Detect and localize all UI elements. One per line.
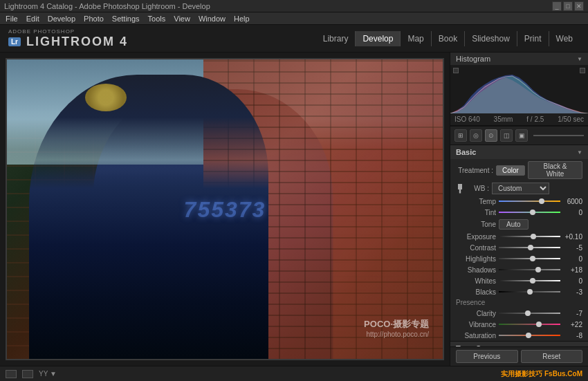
blacks-thumb[interactable]: [527, 289, 533, 295]
tint-thumb[interactable]: [530, 210, 535, 215]
tool-slider: [533, 135, 584, 136]
title-text: Lightroom 4 Catalog - Adobe Photoshop Li…: [4, 2, 210, 10]
histogram-label: Histogram: [456, 55, 490, 63]
previous-button[interactable]: Previous: [456, 350, 518, 363]
radial-filter-tool[interactable]: ▣: [515, 129, 528, 142]
tone-label: Tone: [456, 221, 496, 228]
saturation-label: Saturation: [456, 332, 496, 340]
saturation-thumb[interactable]: [526, 333, 531, 338]
clarity-row: Clarity -7: [450, 308, 588, 319]
treatment-row: Treatment : Color Black & White: [450, 159, 588, 181]
crop-tool[interactable]: ⊞: [454, 129, 467, 142]
clarity-label: Clarity: [456, 310, 496, 317]
clarity-thumb[interactable]: [525, 310, 531, 316]
header: ADOBE PHOTOSHOP Lr LIGHTROOM 4 Library D…: [0, 25, 588, 53]
vibrance-value: +22: [563, 321, 582, 328]
temp-value: 6000: [563, 198, 582, 205]
tone-auto-row: Tone Auto: [450, 218, 588, 231]
blacks-slider[interactable]: [499, 288, 560, 296]
tab-web[interactable]: Web: [549, 31, 580, 46]
minimize-button[interactable]: _: [552, 1, 562, 11]
whites-thumb[interactable]: [530, 278, 535, 284]
shadows-label: Shadows: [456, 266, 496, 274]
vibrance-slider[interactable]: [499, 320, 560, 328]
basic-arrow: ▼: [577, 149, 582, 156]
clarity-slider[interactable]: [499, 309, 560, 317]
wb-select[interactable]: Custom As Shot Auto Daylight Cloudy Shad…: [492, 183, 549, 194]
photo-area: 755373 POCO·摄影专题 http://photo.poco.cn/: [0, 53, 450, 366]
saturation-row: Saturation -8: [450, 330, 588, 341]
window-controls[interactable]: _ □ ✕: [552, 1, 584, 11]
menu-tools[interactable]: Tools: [148, 15, 166, 23]
menu-edit[interactable]: Edit: [26, 15, 39, 23]
nav-tabs: Library Develop Map Book Slideshow Print…: [316, 31, 580, 46]
tab-library[interactable]: Library: [316, 31, 356, 46]
whites-slider[interactable]: [499, 277, 560, 285]
view-icon-1[interactable]: [6, 370, 17, 378]
maximize-button[interactable]: □: [563, 1, 573, 11]
shadows-slider[interactable]: [499, 266, 560, 274]
highlights-slider[interactable]: [499, 254, 560, 263]
exposure-thumb[interactable]: [531, 234, 536, 239]
menu-help[interactable]: Help: [234, 15, 250, 23]
redeye-tool[interactable]: ⊙: [485, 129, 497, 142]
blacks-row: Blacks -3: [450, 286, 588, 297]
temp-slider[interactable]: [499, 197, 560, 205]
eyedropper-icon[interactable]: [456, 184, 464, 194]
poco-url: http://photo.poco.cn/: [364, 331, 429, 338]
clipping-right-indicator[interactable]: [580, 68, 585, 73]
contrast-slider[interactable]: [499, 243, 560, 252]
bw-button[interactable]: Black & White: [528, 161, 582, 179]
lr-badge: Lr: [8, 37, 21, 46]
tone-curve-header[interactable]: Tone Curve ▼: [450, 342, 588, 346]
menu-view[interactable]: View: [174, 15, 190, 23]
wb-row: WB : Custom As Shot Auto Daylight Cloudy…: [450, 181, 588, 196]
highlights-thumb[interactable]: [530, 256, 535, 261]
right-panel: Histogram ▼ ISO 640: [450, 53, 588, 366]
histogram-header: Histogram ▼: [450, 53, 588, 65]
tint-value: 0: [563, 209, 582, 216]
tool-row: ⊞ ◎ ⊙ ◫ ▣: [450, 127, 588, 145]
clipping-left-indicator[interactable]: [453, 68, 459, 73]
tint-label: Tint: [456, 209, 496, 216]
tab-develop[interactable]: Develop: [355, 31, 400, 46]
bottom-bar: YY ▼ 实用摄影技巧 FsBus.CoM: [0, 366, 588, 381]
spot-removal-tool[interactable]: ◎: [470, 129, 482, 142]
panel-content: Basic ▼ Treatment : Color Black & White …: [450, 145, 588, 346]
title-bar: Lightroom 4 Catalog - Adobe Photoshop Li…: [0, 0, 588, 12]
shutter-value: 1/50 sec: [558, 115, 584, 123]
logo-text: LIGHTROOM 4: [26, 35, 128, 49]
tab-book[interactable]: Book: [431, 31, 464, 46]
menu-file[interactable]: File: [6, 15, 18, 23]
aperture-value: f / 2.5: [526, 115, 544, 123]
close-button[interactable]: ✕: [574, 1, 584, 11]
saturation-slider[interactable]: [499, 331, 560, 340]
tab-slideshow[interactable]: Slideshow: [464, 31, 517, 46]
poco-watermark: POCO·摄影专题 http://photo.poco.cn/: [364, 318, 429, 338]
graduated-filter-tool[interactable]: ◫: [500, 129, 513, 142]
tab-map[interactable]: Map: [400, 31, 430, 46]
temp-thumb[interactable]: [539, 198, 544, 204]
reset-button[interactable]: Reset: [521, 350, 583, 363]
color-button[interactable]: Color: [496, 165, 525, 176]
exposure-slider[interactable]: [499, 232, 560, 241]
contrast-thumb[interactable]: [528, 245, 533, 250]
logo-main: Lr LIGHTROOM 4: [8, 35, 128, 49]
view-icon-2[interactable]: [22, 370, 33, 378]
photo-container: 755373 POCO·摄影专题 http://photo.poco.cn/: [6, 58, 444, 360]
tint-row: Tint 0: [450, 207, 588, 218]
tab-print[interactable]: Print: [517, 31, 549, 46]
menu-settings[interactable]: Settings: [112, 15, 140, 23]
main-area: 755373 POCO·摄影专题 http://photo.poco.cn/ H…: [0, 53, 588, 366]
vibrance-thumb[interactable]: [536, 322, 542, 327]
basic-section-header[interactable]: Basic ▼: [450, 145, 588, 159]
photo-frame: 755373 POCO·摄影专题 http://photo.poco.cn/: [7, 59, 443, 359]
menu-photo[interactable]: Photo: [84, 15, 104, 23]
menu-develop[interactable]: Develop: [48, 15, 75, 23]
tone-curve-section: Tone Curve ▼: [450, 342, 588, 346]
tint-slider[interactable]: [499, 208, 560, 216]
clarity-value: -7: [563, 310, 582, 317]
menu-window[interactable]: Window: [199, 15, 226, 23]
auto-button[interactable]: Auto: [499, 219, 529, 230]
shadows-thumb[interactable]: [535, 267, 541, 272]
